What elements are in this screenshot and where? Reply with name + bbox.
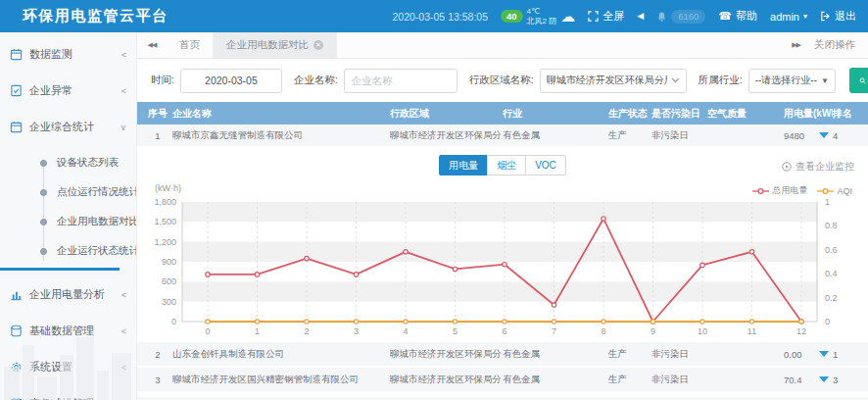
notifications[interactable]: 6160 xyxy=(656,10,705,24)
svg-text:600: 600 xyxy=(162,276,176,286)
cell-industry: 有色金属 xyxy=(503,374,608,386)
chart-legend: 总用电量 AQI xyxy=(752,184,852,197)
scroll-tabs-right-icon[interactable]: ▶▶ xyxy=(792,41,800,49)
cell-status: 生产 xyxy=(608,129,651,142)
svg-text:12: 12 xyxy=(796,326,806,336)
close-tab-icon[interactable]: ✕ xyxy=(313,40,323,50)
sidebar-subitem-point-operation[interactable]: 点位运行情况统计 xyxy=(0,176,136,206)
svg-text:4: 4 xyxy=(403,326,408,336)
phone-icon: ☎ xyxy=(718,11,732,22)
col-no: 序号 xyxy=(147,107,172,121)
chevron-down-icon: ▾ xyxy=(803,12,807,21)
col-kwh: 用电量(kWh) xyxy=(784,107,833,121)
legend-label: 总用电量 xyxy=(772,184,807,197)
cell-no: 3 xyxy=(147,375,172,385)
logout-icon xyxy=(820,11,831,22)
view-enterprise-monitor-link[interactable]: 查看企业监控 xyxy=(782,160,854,174)
cell-region: 聊城市经济开发区环保局分局 xyxy=(390,374,503,386)
sidebar-item-data-monitoring[interactable]: 数据监测 < xyxy=(0,36,136,73)
sidebar-item-label: 企业综合统计 xyxy=(29,120,94,134)
help-label: 帮助 xyxy=(736,9,757,24)
industry-select[interactable]: --请选择行业-- ▼ xyxy=(748,69,836,93)
temperature: 4℃ xyxy=(527,7,540,16)
industry-label: 所属行业: xyxy=(699,74,743,87)
svg-text:8: 8 xyxy=(601,326,605,336)
table-row[interactable]: 2 山东金创钎具制造有限公司 聊城市经济开发区环保局分局 有色金属 生产 非污染… xyxy=(137,342,868,368)
user-menu[interactable]: admin ▾ xyxy=(770,11,807,23)
sidebar-subitem-power-comparison[interactable]: 企业用电数据对比 xyxy=(0,206,136,235)
help-button[interactable]: ☎ 帮助 xyxy=(718,9,757,24)
tab-power-comparison[interactable]: 企业用电数据对比 ✕ xyxy=(214,32,337,58)
svg-text:2: 2 xyxy=(304,326,309,336)
tab-label: 企业用电数据对比 xyxy=(226,38,309,52)
chart-tab-voc[interactable]: VOC xyxy=(525,155,566,175)
sidebar-item-power-analysis[interactable]: 企业用电量分析 < xyxy=(0,276,136,313)
fullscreen-button[interactable]: 全屏 xyxy=(588,9,624,24)
chart-tabs: 用电量 烟尘 VOC xyxy=(137,155,868,175)
sidebar-subitem-device-status[interactable]: 设备状态列表 xyxy=(0,147,136,176)
chevron-down-icon: ∨ xyxy=(120,123,126,132)
bottom-strip xyxy=(137,395,868,400)
legend-item-power[interactable]: 总用电量 xyxy=(752,184,807,197)
col-company: 企业名称 xyxy=(172,107,390,121)
close-operations-button[interactable]: 关闭操作 xyxy=(814,38,855,52)
scroll-tabs-left-icon[interactable]: ◀◀ xyxy=(137,32,167,58)
cell-status: 生产 xyxy=(608,374,651,386)
aqi-badge: 40 xyxy=(501,10,523,23)
city-skyline-watermark xyxy=(4,327,133,400)
calendar-icon xyxy=(10,48,23,61)
table-row[interactable]: 1 聊城市京鑫无缝管制造有限公司 聊城市经济开发区环保局分局 有色金属 生产 非… xyxy=(137,125,868,148)
time-input[interactable] xyxy=(180,69,282,93)
chevron-down-icon xyxy=(671,77,680,83)
chevron-left-icon: < xyxy=(121,290,126,300)
industry-select-value: --请选择行业-- xyxy=(755,74,817,87)
sidebar-item-label: 数据监测 xyxy=(29,47,72,62)
svg-text:0.6: 0.6 xyxy=(825,245,838,255)
trend-down-icon xyxy=(819,351,829,357)
chart-tab-smoke[interactable]: 烟尘 xyxy=(487,155,526,175)
tab-home[interactable]: 首页 xyxy=(167,32,214,58)
legend-item-aqi[interactable]: AQI xyxy=(817,186,852,196)
cell-kwh: 0.00 xyxy=(784,349,833,360)
kwh-value: 0.00 xyxy=(784,349,819,360)
svg-text:5: 5 xyxy=(453,326,458,336)
time-label: 时间: xyxy=(151,74,174,87)
subitem-label: 设备状态列表 xyxy=(57,156,119,168)
line-chart-svg: 03006009001,2001,5001,80000.20.40.60.810… xyxy=(137,178,864,341)
cell-pollution-day: 非污染日 xyxy=(651,348,707,361)
company-name-input[interactable] xyxy=(344,69,458,93)
chart-tab-power[interactable]: 用电量 xyxy=(439,155,488,175)
legend-marker-power xyxy=(752,187,769,195)
page-tabbar: ◀◀ 首页 企业用电数据对比 ✕ ▶▶ 关闭操作 xyxy=(137,32,868,59)
region-select[interactable]: 聊城市经济开发区环保局分局 xyxy=(540,69,687,93)
weather-text: 4℃ 北风2 阴 xyxy=(527,7,557,26)
table-row[interactable]: 3 聊城市经济开发区国兴精密钢管制造有限公司 聊城市经济开发区环保局分局 有色金… xyxy=(137,368,868,393)
sidebar-item-enterprise-abnormal[interactable]: 企业异常 < xyxy=(0,73,136,109)
trend-down-icon xyxy=(819,132,829,138)
svg-text:900: 900 xyxy=(162,257,176,267)
monitor-link-label: 查看企业监控 xyxy=(796,160,854,174)
svg-text:0.2: 0.2 xyxy=(825,293,838,303)
svg-text:6: 6 xyxy=(502,326,506,336)
header-right: 2020-03-05 13:58:05 40 4℃ 北风2 阴 ☁ 全屏 ◀ 6… xyxy=(393,7,857,26)
chevron-left-icon: < xyxy=(121,86,126,96)
subitem-label: 企业运行状态统计 xyxy=(57,244,137,256)
sidebar-subitem-running-status[interactable]: 企业运行状态统计 xyxy=(0,235,136,265)
svg-text:1,200: 1,200 xyxy=(154,237,176,247)
line-chart: 03006009001,2001,5001,80000.20.40.60.810… xyxy=(137,178,868,345)
svg-text:0: 0 xyxy=(825,317,830,326)
cell-rank: 4 xyxy=(833,130,868,141)
region-label: 行政区域名称: xyxy=(469,74,534,87)
sidebar-item-label: 企业异常 xyxy=(29,83,72,98)
top-header: 环保用电监管云平台 2020-03-05 13:58:05 40 4℃ 北风2 … xyxy=(0,0,868,32)
sound-toggle[interactable]: ◀ xyxy=(637,12,644,21)
search-button[interactable]: 搜索 xyxy=(849,68,868,93)
logout-button[interactable]: 退出 xyxy=(820,9,856,24)
monitor-play-icon xyxy=(782,162,792,172)
kwh-value: 70.4 xyxy=(784,375,819,385)
cell-kwh: 70.4 xyxy=(784,375,833,385)
legend-label: AQI xyxy=(837,186,852,196)
bar-chart-icon xyxy=(10,288,23,301)
cell-rank: 3 xyxy=(833,375,868,385)
sidebar-item-enterprise-statistics[interactable]: 企业综合统计 ∨ xyxy=(0,109,136,145)
